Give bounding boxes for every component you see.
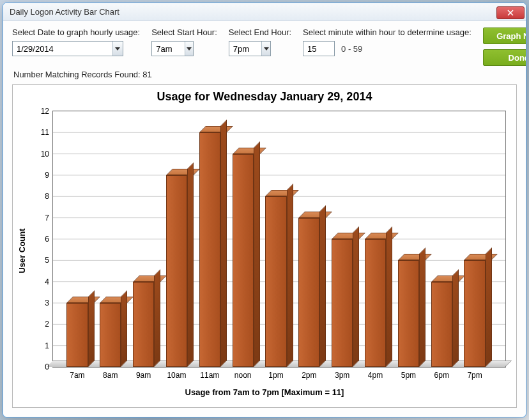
bar-side [452,269,459,367]
bar [100,303,121,367]
bar [365,239,386,367]
y-axis-label: User Count [17,228,27,273]
x-tick: 9am [136,371,151,380]
button-col: Graph Now Done [483,27,526,66]
bar-side [287,183,293,367]
x-tick: 4pm [368,371,383,380]
y-tick: 9 [45,171,49,180]
window-title: Daily Logon Activity Bar Chart [10,7,496,17]
y-tick: 10 [41,150,49,159]
y-tick: 4 [45,277,49,286]
bar-front [199,132,220,367]
bar [431,282,452,367]
bar-front [100,303,121,367]
bar-top [298,212,332,218]
y-tick: 11 [41,128,49,137]
bar [298,218,319,367]
start-col: Select Start Hour: [151,27,217,56]
chart-panel: Usage for Wednesday January 29, 2014 Use… [12,84,517,408]
minute-range: 0 - 59 [341,44,362,54]
done-button[interactable]: Done [483,49,526,66]
start-combo[interactable] [151,41,194,56]
date-combo[interactable] [12,41,123,56]
bar [199,132,220,367]
bar-front [365,239,386,367]
end-col: Select End Hour: [229,27,291,56]
bar-front [166,175,187,367]
bar [66,303,88,367]
date-label: Select Date to graph hourly usage: [12,27,140,37]
y-tick: 0 [45,362,49,371]
close-icon [507,10,514,16]
y-tick: 8 [45,192,49,201]
bar-side [220,120,227,367]
x-tick: noon [234,371,252,380]
bar-top [365,233,399,239]
y-tick: 7 [45,214,49,222]
bar-top [332,233,365,239]
end-dropdown-button[interactable] [261,42,270,56]
end-input[interactable] [229,42,261,56]
start-dropdown-button[interactable] [185,42,194,56]
bar-side [154,269,160,367]
bar-top [100,297,134,303]
bar [464,260,485,367]
bar-front [398,260,419,367]
x-tick: 10am [167,371,186,380]
bar-side [386,226,392,367]
plot-area: 01234567891011127am8am9am10am11amnoon1pm… [52,111,506,368]
bar-front [298,218,319,367]
bar-front [332,239,353,367]
bar [166,175,187,367]
date-dropdown-button[interactable] [112,42,123,56]
titlebar: Daily Logon Activity Bar Chart [3,3,526,21]
graph-now-button[interactable]: Graph Now [483,27,526,44]
bar [133,282,154,367]
bars-layer [53,111,505,367]
controls-row: Select Date to graph hourly usage: Selec… [3,21,526,70]
bar-side [319,205,326,367]
match-prefix: Number Matching Records Found: [13,70,142,79]
y-tick: 12 [41,107,49,116]
bar-top [199,126,233,132]
minute-label: Select minute within hour to determine u… [303,27,471,37]
bar [233,154,254,367]
start-label: Select Start Hour: [151,27,217,37]
bar-side [254,141,260,367]
chart-title: Usage for Wednesday January 29, 2014 [13,85,516,106]
x-tick: 8am [103,371,118,380]
minute-input[interactable] [303,41,335,56]
bar-side [187,162,194,367]
bar-front [431,282,452,367]
y-tick: 2 [45,320,49,329]
x-tick: 1pm [268,371,283,380]
match-records: Number Matching Records Found: 81 [3,70,526,84]
bar-top [265,190,299,196]
bar-top [431,276,465,282]
end-combo[interactable] [229,41,271,56]
date-input[interactable] [13,42,112,56]
minute-col: Select minute within hour to determine u… [303,27,471,56]
bar [398,260,419,367]
bar-front [66,303,88,367]
close-button[interactable] [496,6,525,19]
bar-side [121,290,127,367]
bar-top [166,169,200,175]
y-tick: 1 [45,341,49,350]
bar [265,196,286,367]
start-input[interactable] [152,42,184,56]
app-window: Daily Logon Activity Bar Chart Select Da… [3,3,526,417]
y-tick: 3 [45,299,49,307]
bar-front [464,260,485,367]
end-label: Select End Hour: [229,27,291,37]
y-tick: 5 [45,256,49,265]
bar-side [353,226,359,367]
x-tick: 7am [70,371,84,380]
x-tick: 5pm [401,371,416,380]
bar-side [486,247,492,367]
x-tick: 7pm [467,371,482,380]
bar-top [133,276,167,282]
bar-top [398,254,432,260]
bar [332,239,353,367]
bar-front [233,154,254,367]
